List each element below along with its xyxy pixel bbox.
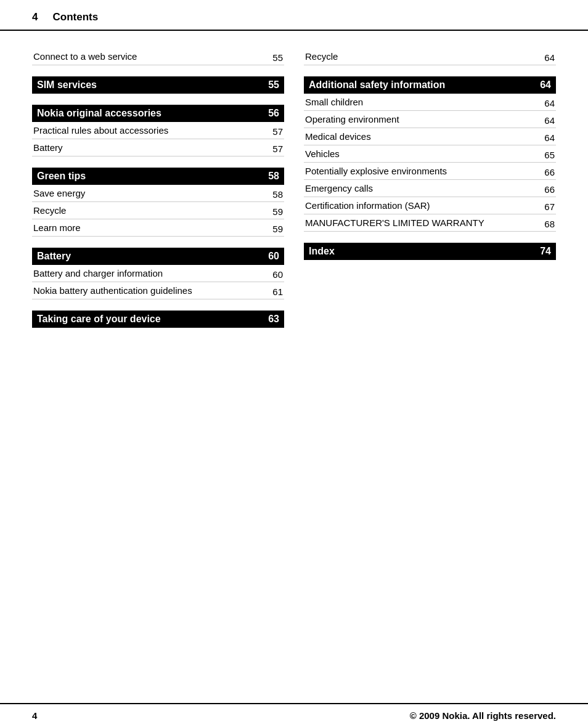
entry-label: Emergency calls <box>305 182 544 195</box>
section-header-bar[interactable]: Additional safety information64 <box>304 76 556 94</box>
entry-label: Nokia battery authentication guidelines <box>33 285 272 297</box>
entry-label: Battery <box>33 142 272 154</box>
entry-page: 64 <box>544 115 555 126</box>
entry-page: 64 <box>544 98 555 108</box>
toc-section: Index74 <box>304 243 556 260</box>
content-area: Connect to a web service55SIM services55… <box>0 31 588 703</box>
page-footer: 4 © 2009 Nokia. All rights reserved. <box>0 703 588 727</box>
section-header-bar[interactable]: Nokia original accessories56 <box>32 105 284 122</box>
entry-page: 67 <box>544 201 555 212</box>
entry-label: Potentially explosive environments <box>305 165 544 177</box>
entry-page: 64 <box>544 132 555 143</box>
page-header: 4 Contents <box>0 0 588 31</box>
toc-entry[interactable]: Save energy58 <box>32 185 284 202</box>
entry-label: Certification information (SAR) <box>305 200 544 212</box>
toc-section: Battery60Battery and charger information… <box>32 248 284 299</box>
section-header-bar[interactable]: Index74 <box>304 243 556 260</box>
entry-label: Medical devices <box>305 131 544 143</box>
entry-page: 59 <box>272 224 283 234</box>
entry-page: 57 <box>272 126 283 137</box>
section-header-title: SIM services <box>37 79 97 91</box>
entry-label: Recycle <box>33 205 272 217</box>
footer-copyright: © 2009 Nokia. All rights reserved. <box>410 710 556 721</box>
entry-page: 55 <box>272 52 283 63</box>
entry-label: Save energy <box>33 187 272 200</box>
entry-page: 58 <box>272 189 283 200</box>
left-column: Connect to a web service55SIM services55… <box>32 48 284 703</box>
section-header-bar[interactable]: Battery60 <box>32 248 284 265</box>
toc-entry[interactable]: Small children64 <box>304 94 556 111</box>
entry-label: MANUFACTURER'S LIMITED WARRANTY <box>305 217 544 229</box>
section-header-page: 60 <box>268 251 279 262</box>
section-header-page: 55 <box>268 79 279 91</box>
toc-entry[interactable]: Operating environment64 <box>304 111 556 128</box>
section-header-bar[interactable]: Green tips58 <box>32 168 284 185</box>
entry-label: Recycle <box>305 51 544 63</box>
toc-entry[interactable]: Learn more59 <box>32 219 284 237</box>
header-number: 4 <box>32 11 38 23</box>
section-header-page: 63 <box>268 314 279 325</box>
toc-entry[interactable]: Certification information (SAR)67 <box>304 197 556 214</box>
entry-label: Practical rules about accessories <box>33 124 272 137</box>
toc-entry[interactable]: Battery57 <box>32 139 284 156</box>
section-header-title: Taking care of your device <box>37 314 161 325</box>
entry-page: 64 <box>544 52 555 63</box>
toc-section: Connect to a web service55 <box>32 48 284 65</box>
toc-entry[interactable]: Vehicles65 <box>304 145 556 163</box>
entry-page: 61 <box>272 286 283 297</box>
toc-entry[interactable]: Practical rules about accessories57 <box>32 122 284 139</box>
toc-entry[interactable]: MANUFACTURER'S LIMITED WARRANTY68 <box>304 214 556 232</box>
entry-page: 65 <box>544 150 555 160</box>
entry-label: Battery and charger information <box>33 267 272 280</box>
entry-label: Connect to a web service <box>33 51 272 63</box>
toc-entry[interactable]: Battery and charger information60 <box>32 265 284 282</box>
entry-label: Learn more <box>33 222 272 234</box>
section-header-title: Battery <box>37 251 71 262</box>
entry-page: 66 <box>544 184 555 195</box>
header-title: Contents <box>52 11 98 23</box>
toc-entry[interactable]: Connect to a web service55 <box>32 48 284 65</box>
entry-page: 57 <box>272 144 283 154</box>
entry-label: Vehicles <box>305 148 544 160</box>
entry-page: 60 <box>272 269 283 280</box>
entry-label: Operating environment <box>305 113 544 126</box>
right-column: Recycle64Additional safety information64… <box>304 48 556 703</box>
section-header-title: Nokia original accessories <box>37 108 161 119</box>
toc-section: Nokia original accessories56Practical ru… <box>32 105 284 156</box>
toc-entry[interactable]: Emergency calls66 <box>304 180 556 197</box>
toc-entry[interactable]: Recycle59 <box>32 202 284 219</box>
toc-section: Recycle64 <box>304 48 556 65</box>
toc-section: Green tips58Save energy58Recycle59Learn … <box>32 168 284 237</box>
section-header-title: Index <box>309 246 335 257</box>
section-header-title: Additional safety information <box>309 79 445 91</box>
toc-entry[interactable]: Nokia battery authentication guidelines6… <box>32 282 284 299</box>
section-header-page: 58 <box>268 171 279 182</box>
toc-section: Additional safety information64Small chi… <box>304 76 556 232</box>
section-header-bar[interactable]: Taking care of your device63 <box>32 311 284 328</box>
section-header-page: 56 <box>268 108 279 119</box>
entry-page: 68 <box>544 219 555 229</box>
section-header-title: Green tips <box>37 171 86 182</box>
toc-entry[interactable]: Medical devices64 <box>304 128 556 145</box>
toc-section: SIM services55 <box>32 76 284 94</box>
section-header-page: 64 <box>540 79 551 91</box>
footer-number: 4 <box>32 710 37 721</box>
section-header-page: 74 <box>540 246 551 257</box>
entry-label: Small children <box>305 96 544 108</box>
toc-entry[interactable]: Recycle64 <box>304 48 556 65</box>
section-header-bar[interactable]: SIM services55 <box>32 76 284 94</box>
toc-section: Taking care of your device63 <box>32 311 284 328</box>
page: 4 Contents Connect to a web service55SIM… <box>0 0 588 727</box>
entry-page: 59 <box>272 206 283 217</box>
entry-page: 66 <box>544 167 555 177</box>
toc-entry[interactable]: Potentially explosive environments66 <box>304 163 556 180</box>
